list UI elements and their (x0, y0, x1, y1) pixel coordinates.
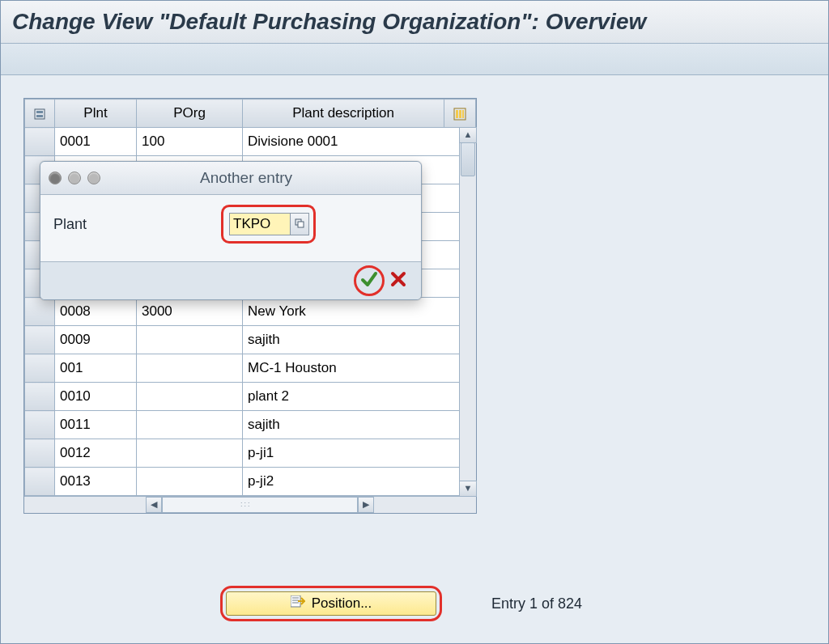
dialog-body: Plant (40, 195, 421, 261)
footer-bar: Position... Entry 1 of 824 (1, 591, 828, 616)
minimize-window-icon[interactable] (68, 172, 81, 184)
cell-desc[interactable]: MC-1 Houston (243, 354, 476, 383)
svg-rect-2 (36, 115, 43, 117)
cell-plnt[interactable]: 0010 (55, 383, 137, 411)
column-header-desc[interactable]: Plant description (243, 100, 444, 128)
value-help-button[interactable] (291, 213, 309, 235)
cell-desc[interactable]: plant 2 (243, 383, 476, 411)
horizontal-scrollbar[interactable]: ◀ ::: ▶ (24, 496, 476, 513)
app-window: Change View "Default Purchasing Organiza… (0, 0, 829, 644)
position-button-label: Position... (312, 595, 372, 612)
row-selector[interactable] (25, 383, 55, 411)
row-selector[interactable] (25, 411, 55, 439)
row-selector[interactable] (25, 326, 55, 354)
select-all-icon (34, 108, 45, 120)
table-row[interactable]: 0013p-ji2 (25, 468, 476, 496)
svg-rect-5 (459, 110, 461, 118)
cell-porg[interactable] (137, 411, 243, 439)
value-help-icon (295, 216, 304, 232)
position-button[interactable]: Position... (226, 591, 436, 616)
svg-rect-4 (456, 110, 458, 118)
cell-desc[interactable]: New York (243, 298, 476, 326)
checkmark-icon (360, 270, 378, 292)
cell-plnt[interactable]: 0013 (55, 468, 137, 496)
table-row[interactable]: 0010plant 2 (25, 383, 476, 411)
cell-desc[interactable]: sajith (243, 411, 476, 439)
cell-porg[interactable] (137, 383, 243, 411)
configure-columns-header[interactable] (444, 100, 476, 128)
cell-plnt[interactable]: 001 (55, 354, 137, 383)
table-row[interactable]: 0011sajith (25, 411, 476, 439)
cell-porg[interactable] (137, 326, 243, 354)
select-all-header[interactable] (25, 100, 55, 128)
position-icon (291, 595, 305, 612)
cell-porg[interactable]: 3000 (137, 298, 243, 326)
plant-field-label: Plant (53, 216, 87, 233)
row-selector[interactable] (25, 354, 55, 383)
window-controls[interactable] (40, 172, 108, 184)
row-selector[interactable] (25, 298, 55, 326)
scroll-thumb[interactable] (461, 142, 475, 176)
scroll-right-icon[interactable]: ▶ (358, 497, 374, 513)
title-bar: Change View "Default Purchasing Organiza… (1, 1, 828, 44)
cancel-icon (390, 271, 406, 291)
plant-input[interactable] (229, 213, 291, 235)
row-selector[interactable] (25, 128, 55, 156)
another-entry-dialog: Another entry Plant (40, 161, 422, 300)
row-selector[interactable] (25, 439, 55, 468)
vertical-scrollbar[interactable]: ▲ ▼ (459, 128, 476, 496)
cell-porg[interactable] (137, 439, 243, 468)
cell-desc[interactable]: p-ji2 (243, 468, 476, 496)
svg-rect-1 (36, 111, 43, 113)
svg-rect-8 (298, 222, 304, 227)
hscroll-track[interactable]: ::: (162, 497, 358, 513)
table-row[interactable]: 0009sajith (25, 326, 476, 354)
cell-desc[interactable]: sajith (243, 326, 476, 354)
close-window-icon[interactable] (49, 172, 62, 184)
plant-field-wrap (229, 213, 309, 235)
table-row[interactable]: 00083000New York (25, 298, 476, 326)
table-row[interactable]: 001MC-1 Houston (25, 354, 476, 383)
cell-plnt[interactable]: 0011 (55, 411, 137, 439)
cell-plnt[interactable]: 0008 (55, 298, 137, 326)
cell-plnt[interactable]: 0012 (55, 439, 137, 468)
dialog-title: Another entry (108, 169, 421, 187)
scroll-down-icon[interactable]: ▼ (459, 481, 477, 497)
row-selector[interactable] (25, 468, 55, 496)
table-row[interactable]: 0012p-ji1 (25, 439, 476, 468)
scroll-left-icon[interactable]: ◀ (146, 497, 162, 513)
column-header-porg[interactable]: POrg (137, 100, 243, 128)
configure-columns-icon (453, 108, 466, 121)
dialog-footer (40, 261, 421, 299)
cell-plnt[interactable]: 0009 (55, 326, 137, 354)
zoom-window-icon[interactable] (87, 172, 100, 184)
svg-rect-0 (35, 109, 45, 119)
table-row[interactable]: 0001100Divisione 0001 (25, 128, 476, 156)
cell-porg[interactable] (137, 468, 243, 496)
scroll-up-icon[interactable]: ▲ (459, 127, 477, 143)
cell-porg[interactable]: 100 (137, 128, 243, 156)
cancel-button[interactable] (389, 271, 408, 290)
ok-button[interactable] (359, 271, 379, 290)
application-toolbar (1, 44, 828, 75)
svg-rect-6 (462, 110, 464, 118)
entry-counter: Entry 1 of 824 (491, 595, 582, 612)
cell-porg[interactable] (137, 354, 243, 383)
column-header-plnt[interactable]: Plnt (55, 100, 137, 128)
cell-plnt[interactable]: 0001 (55, 128, 137, 156)
dialog-titlebar[interactable]: Another entry (40, 162, 421, 195)
cell-desc[interactable]: Divisione 0001 (243, 128, 476, 156)
page-title: Change View "Default Purchasing Organiza… (12, 9, 817, 35)
cell-desc[interactable]: p-ji1 (243, 439, 476, 468)
